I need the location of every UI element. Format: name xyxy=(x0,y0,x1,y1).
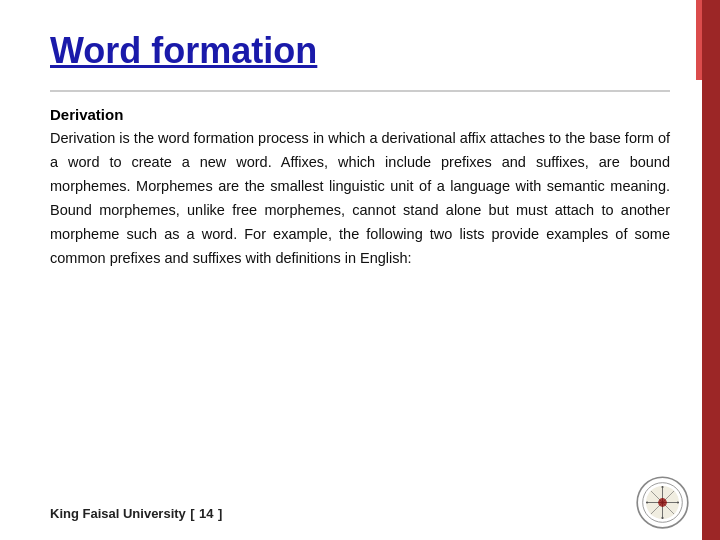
footer-bracket-open: [ xyxy=(190,506,194,521)
svg-point-8 xyxy=(661,486,663,488)
page-title: Word formation xyxy=(50,30,670,72)
svg-point-10 xyxy=(646,501,648,503)
footer-page-number: 14 xyxy=(199,506,213,521)
accent-top xyxy=(696,0,702,80)
slide: Word formation Derivation Derivation is … xyxy=(0,0,720,540)
svg-point-11 xyxy=(677,501,679,503)
university-logo xyxy=(635,475,690,530)
section-heading: Derivation xyxy=(50,106,670,123)
footer-university: King Faisal University xyxy=(50,506,186,521)
footer-bracket-close: ] xyxy=(218,506,222,521)
footer-label: King Faisal University [ 14 ] xyxy=(50,504,222,522)
footer: King Faisal University [ 14 ] xyxy=(50,504,690,522)
svg-point-9 xyxy=(661,517,663,519)
body-text: Derivation is the word formation process… xyxy=(50,127,670,271)
svg-point-7 xyxy=(658,498,667,507)
divider xyxy=(50,90,670,92)
accent-bar xyxy=(702,0,720,540)
